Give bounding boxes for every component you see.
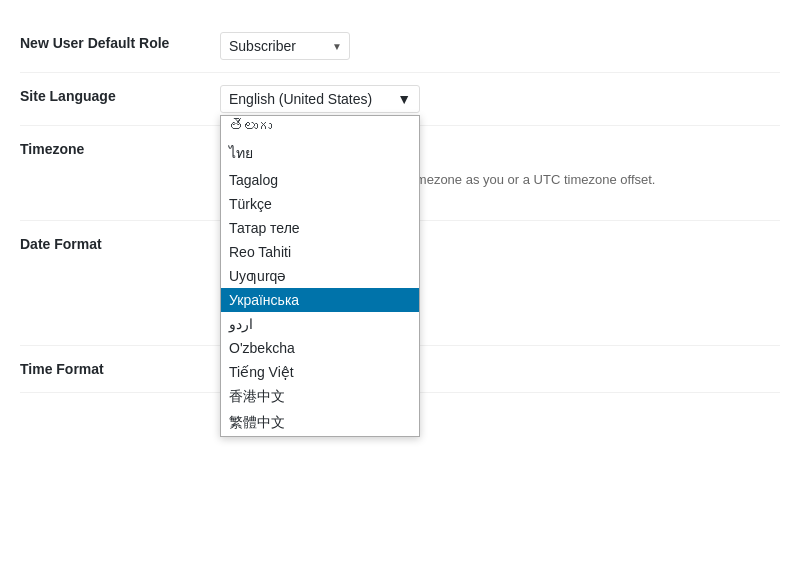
new-user-role-select[interactable]: Subscriber Contributor Author Editor Adm… xyxy=(220,32,350,60)
site-language-select-display[interactable]: English (United States) ▼ xyxy=(220,85,420,113)
date-format-label: Date Format xyxy=(20,221,220,346)
site-language-selected-value: English (United States) xyxy=(229,91,372,107)
language-option[interactable]: Türkçe xyxy=(221,192,419,216)
language-option[interactable]: ไทย xyxy=(221,138,419,168)
site-language-arrow-icon: ▼ xyxy=(397,91,411,107)
new-user-role-select-wrapper[interactable]: Subscriber Contributor Author Editor Adm… xyxy=(220,32,350,60)
language-option[interactable]: Reo Tahiti xyxy=(221,240,419,264)
settings-table: New User Default Role Subscriber Contrib… xyxy=(20,20,780,393)
language-option[interactable]: اردو xyxy=(221,312,419,336)
settings-page: New User Default Role Subscriber Contrib… xyxy=(0,0,800,574)
site-language-wrapper: English (United States) ▼ ಕನ್ನಡSlovenčin… xyxy=(220,85,780,113)
site-language-dropdown: ಕನ್ನಡSlovenčinaSlovenščinaShqipСрпски је… xyxy=(220,115,420,437)
new-user-default-role-label: New User Default Role xyxy=(20,20,220,73)
language-option[interactable]: 繁體中文 xyxy=(221,410,419,436)
timezone-label: Timezone xyxy=(20,126,220,221)
language-option[interactable]: తెలుగు xyxy=(221,116,419,138)
site-language-cell: English (United States) ▼ ಕನ್ನಡSlovenčin… xyxy=(220,73,780,126)
language-option[interactable]: Uyƣurqǝ xyxy=(221,264,419,288)
language-option[interactable]: 香港中文 xyxy=(221,384,419,410)
site-language-row: Site Language English (United States) ▼ … xyxy=(20,73,780,126)
language-option[interactable]: O'zbekcha xyxy=(221,336,419,360)
language-option[interactable]: Українська xyxy=(221,288,419,312)
time-format-label: Time Format xyxy=(20,346,220,393)
new-user-default-role-row: New User Default Role Subscriber Contrib… xyxy=(20,20,780,73)
site-language-label: Site Language xyxy=(20,73,220,126)
language-option[interactable]: Tagalog xyxy=(221,168,419,192)
new-user-default-role-cell: Subscriber Contributor Author Editor Adm… xyxy=(220,20,780,73)
site-language-dropdown-scroll[interactable]: ಕನ್ನಡSlovenčinaSlovenščinaShqipСрпски је… xyxy=(221,116,419,436)
language-option[interactable]: Татар теле xyxy=(221,216,419,240)
language-option[interactable]: Tiếng Việt xyxy=(221,360,419,384)
